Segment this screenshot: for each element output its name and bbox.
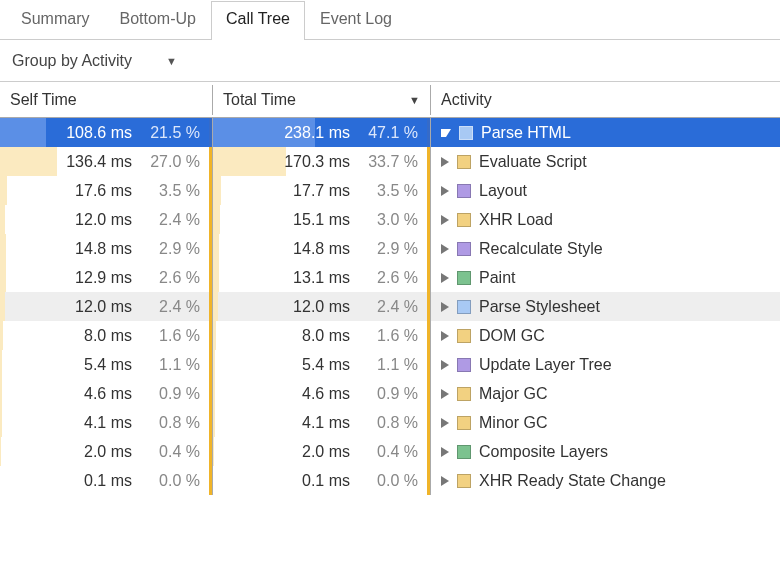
expand-icon[interactable] — [441, 273, 449, 283]
tab-bar: SummaryBottom-UpCall TreeEvent Log — [0, 0, 780, 40]
activity-name: Layout — [479, 182, 527, 200]
table-row[interactable]: 12.0 ms2.4 %15.1 ms3.0 %XHR Load — [0, 205, 780, 234]
category-swatch — [457, 329, 471, 343]
self-pct: 2.6 % — [136, 269, 212, 287]
tab-event-log[interactable]: Event Log — [305, 1, 407, 40]
cell-total-time: 170.3 ms33.7 % — [213, 147, 431, 176]
total-pct: 47.1 % — [354, 124, 430, 142]
self-ms: 17.6 ms — [12, 182, 136, 200]
column-header-self-time[interactable]: Self Time — [0, 85, 213, 115]
cell-self-time: 5.4 ms1.1 % — [0, 350, 213, 379]
expand-icon[interactable] — [441, 447, 449, 457]
total-ms: 170.3 ms — [230, 153, 354, 171]
total-bar — [213, 408, 215, 437]
total-ms: 13.1 ms — [230, 269, 354, 287]
expand-icon[interactable] — [441, 302, 449, 312]
expand-icon[interactable] — [441, 476, 449, 486]
self-bar — [0, 379, 2, 408]
total-pct: 2.9 % — [354, 240, 430, 258]
tab-summary[interactable]: Summary — [6, 1, 104, 40]
tab-bottom-up[interactable]: Bottom-Up — [104, 1, 210, 40]
table-row[interactable]: 12.9 ms2.6 %13.1 ms2.6 %Paint — [0, 263, 780, 292]
self-bar — [0, 234, 6, 263]
table-row[interactable]: 12.0 ms2.4 %12.0 ms2.4 %Parse Stylesheet — [0, 292, 780, 321]
self-ms: 5.4 ms — [12, 356, 136, 374]
cell-self-time: 4.6 ms0.9 % — [0, 379, 213, 408]
expand-icon[interactable] — [441, 157, 449, 167]
total-bar — [213, 437, 214, 466]
column-header-total-time[interactable]: Total Time ▼ — [213, 85, 431, 115]
table-row[interactable]: 4.6 ms0.9 %4.6 ms0.9 %Major GC — [0, 379, 780, 408]
cell-activity: Composite Layers — [431, 437, 780, 466]
self-pct: 3.5 % — [136, 182, 212, 200]
self-bar — [0, 321, 3, 350]
self-pct: 0.8 % — [136, 414, 212, 432]
category-swatch — [457, 445, 471, 459]
cell-total-time: 2.0 ms0.4 % — [213, 437, 431, 466]
cell-activity: Parse Stylesheet — [431, 292, 780, 321]
table-row[interactable]: 5.4 ms1.1 %5.4 ms1.1 %Update Layer Tree — [0, 350, 780, 379]
expand-icon[interactable] — [441, 186, 449, 196]
expand-icon[interactable] — [441, 418, 449, 428]
category-swatch — [457, 242, 471, 256]
cell-total-time: 17.7 ms3.5 % — [213, 176, 431, 205]
group-by-label: Group by Activity — [12, 52, 132, 70]
cell-total-time: 8.0 ms1.6 % — [213, 321, 431, 350]
category-swatch — [457, 213, 471, 227]
self-pct: 1.1 % — [136, 356, 212, 374]
cell-activity: DOM GC — [431, 321, 780, 350]
table-row[interactable]: 17.6 ms3.5 %17.7 ms3.5 %Layout — [0, 176, 780, 205]
column-header-activity[interactable]: Activity — [431, 85, 780, 115]
cell-self-time: 14.8 ms2.9 % — [0, 234, 213, 263]
total-bar — [213, 292, 218, 321]
expand-icon[interactable] — [441, 215, 449, 225]
table-row[interactable]: 14.8 ms2.9 %14.8 ms2.9 %Recalculate Styl… — [0, 234, 780, 263]
table-row[interactable]: 0.1 ms0.0 %0.1 ms0.0 %XHR Ready State Ch… — [0, 466, 780, 495]
cell-self-time: 17.6 ms3.5 % — [0, 176, 213, 205]
toolbar: Group by Activity ▼ — [0, 40, 780, 82]
total-pct: 0.8 % — [354, 414, 430, 432]
total-ms: 0.1 ms — [230, 472, 354, 490]
total-ms: 5.4 ms — [230, 356, 354, 374]
total-ms: 238.1 ms — [230, 124, 354, 142]
total-pct: 1.1 % — [354, 356, 430, 374]
group-by-dropdown[interactable]: Group by Activity ▼ — [12, 52, 177, 70]
self-pct: 21.5 % — [136, 124, 212, 142]
self-pct: 2.9 % — [136, 240, 212, 258]
cell-activity: XHR Ready State Change — [431, 466, 780, 495]
table-row[interactable]: 8.0 ms1.6 %8.0 ms1.6 %DOM GC — [0, 321, 780, 350]
cell-activity: Parse HTML — [431, 118, 780, 147]
table-row[interactable]: 2.0 ms0.4 %2.0 ms0.4 %Composite Layers — [0, 437, 780, 466]
cell-total-time: 5.4 ms1.1 % — [213, 350, 431, 379]
table-row[interactable]: 136.4 ms27.0 %170.3 ms33.7 %Evaluate Scr… — [0, 147, 780, 176]
tab-call-tree[interactable]: Call Tree — [211, 1, 305, 40]
cell-self-time: 136.4 ms27.0 % — [0, 147, 213, 176]
total-pct: 0.0 % — [354, 472, 430, 490]
self-bar — [0, 292, 5, 321]
self-ms: 0.1 ms — [12, 472, 136, 490]
table-row[interactable]: 4.1 ms0.8 %4.1 ms0.8 %Minor GC — [0, 408, 780, 437]
self-pct: 0.4 % — [136, 443, 212, 461]
activity-name: Composite Layers — [479, 443, 608, 461]
expand-icon[interactable] — [441, 331, 449, 341]
cell-self-time: 12.0 ms2.4 % — [0, 292, 213, 321]
cell-self-time: 8.0 ms1.6 % — [0, 321, 213, 350]
self-ms: 4.6 ms — [12, 385, 136, 403]
cell-self-time: 12.0 ms2.4 % — [0, 205, 213, 234]
activity-name: Parse Stylesheet — [479, 298, 600, 316]
expand-icon[interactable] — [441, 129, 451, 137]
total-pct: 2.6 % — [354, 269, 430, 287]
table-row[interactable]: 108.6 ms21.5 %238.1 ms47.1 %Parse HTML — [0, 118, 780, 147]
total-bar — [213, 205, 220, 234]
expand-icon[interactable] — [441, 389, 449, 399]
expand-icon[interactable] — [441, 360, 449, 370]
activity-name: Update Layer Tree — [479, 356, 612, 374]
total-pct: 0.9 % — [354, 385, 430, 403]
self-bar — [0, 176, 7, 205]
total-bar — [213, 350, 215, 379]
total-ms: 4.1 ms — [230, 414, 354, 432]
cell-activity: Evaluate Script — [431, 147, 780, 176]
cell-self-time: 0.1 ms0.0 % — [0, 466, 213, 495]
expand-icon[interactable] — [441, 244, 449, 254]
activity-name: Evaluate Script — [479, 153, 587, 171]
